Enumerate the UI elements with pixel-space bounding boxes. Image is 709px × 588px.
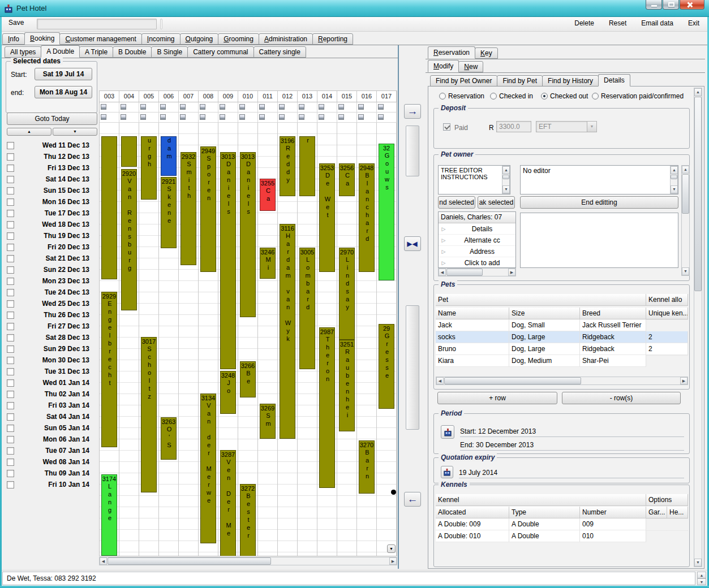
- date-checkbox[interactable]: [7, 232, 14, 240]
- tab-cattery-single[interactable]: Cattery single: [253, 46, 306, 58]
- date-checkbox[interactable]: [7, 266, 14, 274]
- scroll-right-button[interactable]: ▶: [508, 269, 515, 276]
- booking-bar[interactable]: 3251Raubenhei: [339, 340, 355, 431]
- radio-checked-out[interactable]: Checked out: [541, 92, 588, 100]
- collapse-selected-button[interactable]: ak selected: [478, 196, 515, 209]
- booking-bar[interactable]: r: [299, 136, 315, 196]
- booking-bar[interactable]: 29Gresse: [379, 324, 394, 409]
- booking-bar[interactable]: 3116Hardam van Wyk: [280, 224, 295, 439]
- date-checkbox[interactable]: [7, 368, 14, 375]
- status-scroll-down-button[interactable]: ▼: [697, 578, 706, 585]
- scroll-up-button[interactable]: ▲: [682, 166, 689, 174]
- date-checkbox[interactable]: [7, 210, 14, 217]
- status-scroll-up-button[interactable]: ▲: [697, 572, 706, 578]
- booking-bar[interactable]: 2970Lindsay: [339, 248, 355, 340]
- scroll-left-button[interactable]: ◀: [100, 557, 107, 565]
- date-row[interactable]: Tue 24 Dec 13: [7, 287, 92, 298]
- scroll-right-button[interactable]: ▶: [680, 377, 687, 384]
- date-row[interactable]: Sat 14 Dec 13: [7, 174, 92, 185]
- reset-button[interactable]: Reset: [604, 18, 631, 29]
- tree-item-click-to-add[interactable]: ▷Click to add: [439, 257, 515, 269]
- delete-button[interactable]: Delete: [570, 18, 599, 29]
- tree-item-alternate-cc[interactable]: ▷Alternate cc: [439, 235, 515, 246]
- splitter-handle-bottom[interactable]: [406, 305, 419, 430]
- kennels-column-header-cell[interactable]: Type: [509, 507, 580, 518]
- date-row[interactable]: Thu 19 Dec 13: [7, 230, 92, 241]
- radio-reservation-paid-confirmed[interactable]: Reservation paid/confirmed: [592, 92, 684, 100]
- date-row[interactable]: Mon 16 Dec 13: [7, 196, 92, 207]
- date-row[interactable]: Wed 01 Jan 14: [7, 377, 92, 388]
- date-row[interactable]: Thu 26 Dec 13: [7, 309, 92, 321]
- kennels-column-header-cell[interactable]: Number: [580, 507, 646, 518]
- date-checkbox[interactable]: [7, 153, 14, 161]
- date-checkbox[interactable]: [7, 334, 14, 341]
- date-checkbox[interactable]: [7, 221, 14, 228]
- gantt-scroll-down-button[interactable]: ▼: [387, 544, 396, 553]
- tab-administration[interactable]: Administration: [259, 33, 313, 45]
- scroll-thumb[interactable]: [446, 269, 483, 276]
- pet-row[interactable]: BrunoDog, LargeRidgeback2: [436, 343, 688, 355]
- date-checkbox[interactable]: [7, 278, 14, 285]
- date-row[interactable]: Sat 04 Jan 14: [7, 411, 92, 422]
- scroll-track[interactable]: [682, 174, 689, 267]
- booking-bar[interactable]: 2929Engelbrecht: [101, 292, 117, 447]
- booking-bar[interactable]: [121, 136, 137, 167]
- tab-new[interactable]: New: [458, 61, 483, 72]
- goto-today-button[interactable]: Goto Today: [7, 113, 97, 125]
- date-row[interactable]: Tue 31 Dec 13: [7, 366, 92, 377]
- booking-bar[interactable]: 3013Daniels: [220, 152, 236, 369]
- scroll-down-button[interactable]: ▼: [671, 185, 678, 193]
- date-checkbox[interactable]: [7, 402, 14, 409]
- booking-bar[interactable]: 3005Lombard: [299, 248, 315, 369]
- scroll-down-button[interactable]: ▼: [694, 559, 702, 567]
- splitter-collapse-both-button[interactable]: ▶◀: [404, 236, 421, 251]
- date-row[interactable]: Wed 25 Dec 13: [7, 298, 92, 309]
- scroll-left-button[interactable]: ◀: [439, 269, 446, 276]
- quotation-date-picker-button[interactable]: [441, 466, 453, 478]
- booking-bar[interactable]: 3017Scholtz: [141, 337, 157, 492]
- pets-group-header-cell[interactable]: Kennel allo: [646, 294, 688, 306]
- scroll-track[interactable]: [671, 174, 677, 185]
- date-checkbox[interactable]: [7, 255, 14, 262]
- pets-column-header-cell[interactable]: Name: [436, 308, 509, 319]
- date-checkbox[interactable]: [7, 323, 14, 330]
- date-row[interactable]: Sat 21 Dec 13: [7, 253, 92, 264]
- tab-a-triple[interactable]: A Triple: [79, 46, 113, 58]
- tab-grooming[interactable]: Grooming: [218, 33, 259, 45]
- booking-bar[interactable]: 3196Reddy: [280, 136, 295, 196]
- booking-bar[interactable]: dam: [161, 136, 177, 176]
- date-row[interactable]: Sun 22 Dec 13: [7, 264, 92, 275]
- radio-checked-in[interactable]: Checked in: [490, 92, 533, 100]
- date-row[interactable]: Thu 09 Jan 14: [7, 468, 92, 479]
- booking-bar[interactable]: 3270Barn: [359, 440, 375, 494]
- booking-bar[interactable]: 2948Blanchard: [359, 163, 375, 272]
- tab-reporting[interactable]: Reporting: [312, 33, 353, 45]
- date-checkbox[interactable]: [7, 289, 14, 296]
- date-checkbox[interactable]: [7, 176, 14, 183]
- scroll-track[interactable]: [502, 174, 509, 185]
- date-checkbox[interactable]: [7, 459, 14, 466]
- kennels-column-header-cell[interactable]: Allocated: [436, 507, 509, 518]
- date-checkbox[interactable]: [7, 425, 14, 432]
- booking-bar[interactable]: 32Gouws: [379, 144, 394, 280]
- kennels-column-header-cell[interactable]: Gar...: [646, 507, 667, 518]
- tab-b-double[interactable]: B Double: [113, 46, 152, 58]
- date-row[interactable]: Sun 05 Jan 14: [7, 422, 92, 434]
- date-row[interactable]: Wed 18 Dec 13: [7, 219, 92, 230]
- booking-bar[interactable]: 2932Smith: [181, 152, 196, 265]
- scroll-thumb[interactable]: [444, 377, 581, 384]
- instructions-scrollbar[interactable]: ▲▼: [502, 166, 510, 194]
- date-row[interactable]: Sun 15 Dec 13: [7, 185, 92, 196]
- splitter-handle-top[interactable]: [406, 126, 419, 176]
- scroll-track[interactable]: [444, 377, 680, 384]
- date-row[interactable]: Fri 13 Dec 13: [7, 162, 92, 174]
- date-checkbox[interactable]: [7, 436, 14, 443]
- date-checkbox[interactable]: [7, 300, 14, 308]
- date-row[interactable]: Thu 12 Dec 13: [7, 151, 92, 162]
- maximize-button[interactable]: [663, 0, 679, 10]
- kennel-row[interactable]: A Double: 009A Double009: [436, 518, 688, 530]
- date-checkbox[interactable]: [7, 142, 14, 149]
- add-row-button[interactable]: + row: [437, 392, 557, 404]
- date-checkbox[interactable]: [7, 244, 14, 251]
- tab-b-single[interactable]: B Single: [151, 46, 188, 58]
